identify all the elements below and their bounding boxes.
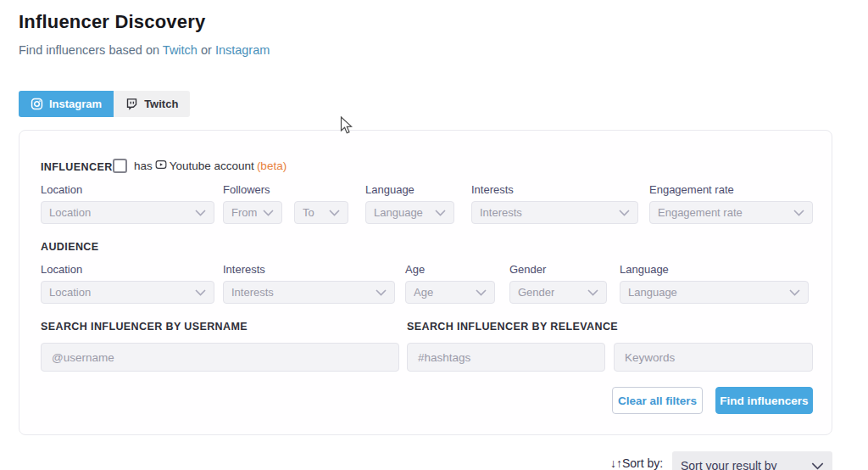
influencer-discovery-page: Influencer Discovery Find influencers ba… <box>0 0 868 470</box>
influencer-location-select[interactable]: Location <box>41 201 214 224</box>
filters-panel: INFLUENCER has Youtube account (beta) Lo… <box>19 130 832 435</box>
influencer-interests-placeholder: Interests <box>480 206 522 219</box>
subtitle-twitch-link[interactable]: Twitch <box>163 43 198 57</box>
engagement-rate-field: Engagement rate Engagement rate <box>649 183 813 224</box>
chevron-down-icon <box>435 210 446 216</box>
engagement-rate-label: Engagement rate <box>649 183 813 196</box>
audience-location-field: Location Location <box>41 263 214 304</box>
audience-interests-label: Interests <box>223 263 395 276</box>
audience-interests-placeholder: Interests <box>231 286 274 299</box>
youtube-label-account: Youtube account <box>170 159 254 172</box>
hashtags-placeholder: #hashtags <box>418 351 470 364</box>
sort-by-label: ↓↑Sort by: <box>610 456 663 470</box>
audience-location-select[interactable]: Location <box>41 281 214 304</box>
chevron-down-icon <box>587 289 598 296</box>
influencer-interests-field: Interests Interests <box>471 183 638 224</box>
chevron-down-icon <box>329 210 340 216</box>
audience-gender-field: Gender Gender <box>509 263 607 304</box>
audience-interests-select[interactable]: Interests <box>223 281 395 304</box>
subtitle-or: or <box>198 43 215 57</box>
platform-tabs: Instagram Twitch <box>19 91 190 117</box>
audience-gender-select[interactable]: Gender <box>509 281 607 304</box>
sort-by-value: Sort your result by <box>681 459 777 470</box>
influencer-language-select[interactable]: Language <box>365 201 454 224</box>
tab-instagram-label: Instagram <box>49 98 102 110</box>
audience-location-label: Location <box>41 263 214 276</box>
chevron-down-icon <box>811 462 824 470</box>
followers-to-placeholder: To <box>303 206 314 219</box>
username-placeholder: @username <box>52 351 114 364</box>
chevron-down-icon <box>619 210 630 216</box>
hashtags-input[interactable]: #hashtags <box>407 343 605 372</box>
chevron-down-icon <box>263 210 274 216</box>
influencer-section-heading: INFLUENCER <box>41 161 113 173</box>
youtube-icon <box>155 159 167 173</box>
audience-age-field: Age Age <box>405 263 495 304</box>
influencer-language-label: Language <box>365 183 454 196</box>
clear-all-filters-button[interactable]: Clear all filters <box>612 387 703 414</box>
influencer-followers-field: Followers From To <box>223 183 348 224</box>
youtube-label-beta: (beta) <box>257 159 287 172</box>
audience-language-placeholder: Language <box>628 286 677 299</box>
influencer-location-label: Location <box>41 183 214 196</box>
influencer-location-field: Location Location <box>41 183 214 224</box>
chevron-down-icon <box>789 289 800 296</box>
youtube-label-has: has <box>134 159 153 172</box>
followers-from-placeholder: From <box>231 206 257 219</box>
influencer-interests-select[interactable]: Interests <box>471 201 638 224</box>
youtube-account-label: has Youtube account (beta) <box>134 159 287 173</box>
chevron-down-icon <box>376 289 387 296</box>
tab-twitch[interactable]: Twitch <box>114 91 190 117</box>
keywords-placeholder: Keywords <box>625 351 675 364</box>
audience-age-label: Age <box>405 263 495 276</box>
chevron-down-icon <box>195 210 206 216</box>
influencer-location-placeholder: Location <box>49 206 91 219</box>
page-subtitle: Find influencers based on Twitch or Inst… <box>19 43 270 57</box>
influencer-language-placeholder: Language <box>374 206 423 219</box>
search-relevance-heading: SEARCH INFLUENCER BY RELEVANCE <box>407 321 618 333</box>
audience-interests-field: Interests Interests <box>223 263 395 304</box>
instagram-icon <box>31 98 43 110</box>
audience-language-field: Language Language <box>620 263 809 304</box>
audience-location-placeholder: Location <box>49 286 91 299</box>
followers-from-select[interactable]: From <box>223 201 282 224</box>
influencer-followers-label: Followers <box>223 183 348 196</box>
youtube-account-filter: has Youtube account (beta) <box>113 159 287 173</box>
engagement-rate-placeholder: Engagement rate <box>658 206 743 219</box>
keywords-input[interactable]: Keywords <box>614 343 813 372</box>
engagement-rate-select[interactable]: Engagement rate <box>649 201 813 224</box>
chevron-down-icon <box>476 289 487 296</box>
chevron-down-icon <box>195 289 206 296</box>
audience-age-select[interactable]: Age <box>405 281 495 304</box>
audience-gender-label: Gender <box>509 263 607 276</box>
search-username-heading: SEARCH INFLUENCER BY USERNAME <box>41 321 248 333</box>
audience-language-select[interactable]: Language <box>620 281 809 304</box>
followers-to-select[interactable]: To <box>294 201 348 224</box>
youtube-account-checkbox[interactable] <box>113 159 127 173</box>
influencer-language-field: Language Language <box>365 183 454 224</box>
audience-language-label: Language <box>620 263 809 276</box>
page-title: Influencer Discovery <box>19 11 205 33</box>
tab-instagram[interactable]: Instagram <box>19 91 114 117</box>
audience-gender-placeholder: Gender <box>518 286 554 299</box>
audience-section-heading: AUDIENCE <box>41 241 98 253</box>
find-influencers-button[interactable]: Find influencers <box>715 387 813 414</box>
twitch-icon <box>125 98 138 110</box>
chevron-down-icon <box>793 210 804 216</box>
audience-age-placeholder: Age <box>414 286 433 299</box>
sort-by-select[interactable]: Sort your result by <box>672 451 832 470</box>
username-input[interactable]: @username <box>41 343 399 372</box>
influencer-interests-label: Interests <box>471 183 638 196</box>
subtitle-text: Find influencers based on <box>19 43 163 57</box>
subtitle-instagram-link[interactable]: Instagram <box>215 43 270 57</box>
tab-twitch-label: Twitch <box>144 98 178 110</box>
